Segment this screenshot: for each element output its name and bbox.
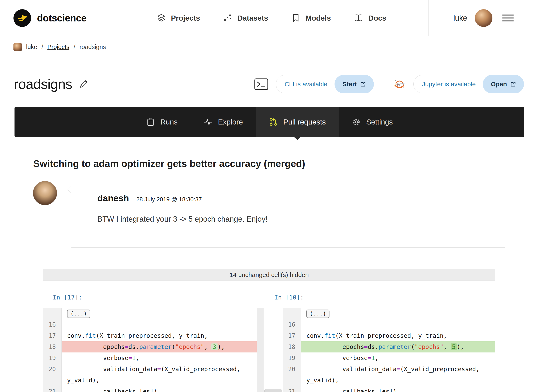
title-row: roadsigns CLI is available Start: [14, 75, 524, 93]
cli-start-label: Start: [343, 80, 357, 88]
left-code-pane: (...)conv.fit(X_train_preprocessed, y_tr…: [62, 308, 257, 392]
nav-item-projects[interactable]: Projects: [157, 14, 200, 23]
cli-status: CLI is available: [276, 80, 334, 88]
collapsed-code-badge[interactable]: (...): [67, 310, 90, 318]
code-line: epochs=ds.parameter("epochs", 5),: [301, 341, 495, 352]
diff-panel: In [17]: In [10]: 161718192021 (...)conv…: [43, 287, 495, 392]
pencil-icon[interactable]: [79, 79, 88, 89]
code-row: verbose=1,: [62, 352, 257, 364]
clipboard-icon: [146, 117, 155, 126]
page-title: roadsigns: [14, 77, 72, 91]
code-row: verbose=1,: [301, 352, 495, 364]
left-cell-prompt: In [17]:: [53, 287, 82, 308]
breadcrumb-separator: /: [42, 43, 43, 51]
cli-start-button[interactable]: Start: [334, 75, 374, 93]
user-name[interactable]: luke: [453, 14, 467, 23]
line-number: 18: [283, 341, 301, 352]
tab-label: Settings: [366, 118, 393, 126]
diff-header: In [17]: In [10]:: [43, 287, 495, 308]
hamburger-menu-icon[interactable]: [502, 14, 514, 21]
brand[interactable]: dotscience: [14, 9, 86, 27]
code-row: conv.fit(X_train_preprocessed, y_train,: [62, 330, 257, 341]
jupyter-status: Jupyter is available: [414, 80, 483, 88]
external-link-icon: [510, 81, 516, 87]
jupyter-pill: Jupyter is available Open: [413, 75, 524, 93]
line-number: 16: [283, 319, 301, 330]
user-area: luke: [428, 0, 533, 36]
code-line: verbose=1,: [62, 352, 257, 364]
collapsed-code-badge[interactable]: (...): [306, 310, 329, 318]
top-nav: dotscience Projects Datas: [0, 0, 533, 36]
comment-author-avatar: [33, 181, 57, 205]
code-line: [62, 319, 257, 330]
code-line: [301, 319, 495, 330]
code-line: y_valid),: [62, 375, 257, 386]
code-line: (...): [301, 308, 495, 319]
brand-name: dotscience: [37, 12, 86, 24]
comment-body: BTW I integrated your 3 -> 5 epoch chang…: [97, 215, 491, 224]
comment-timestamp-link[interactable]: 28 July 2019 @ 18:30:37: [136, 196, 202, 202]
gear-icon: [352, 117, 361, 126]
code-row: epochs=ds.parameter("epochs", 3),: [62, 341, 257, 352]
jupyter-open-button[interactable]: Open: [483, 75, 524, 93]
tab-settings[interactable]: Settings: [339, 107, 406, 137]
nav-item-datasets[interactable]: Datasets: [223, 14, 268, 23]
code-row: validation_data=(X_valid_preprocessed,y_…: [62, 364, 257, 386]
code-row: callbacks=[es]): [301, 386, 495, 392]
diff-body: 161718192021 (...)conv.fit(X_train_prepr…: [43, 308, 495, 392]
tab-pull-requests[interactable]: Pull requests: [256, 107, 339, 137]
tab-label: Pull requests: [283, 118, 326, 126]
dotscience-logo: [14, 9, 31, 27]
line-number: [283, 308, 301, 319]
breadcrumb: luke / Projects / roadsigns: [0, 36, 533, 58]
breadcrumb-projects-link[interactable]: Projects: [47, 43, 70, 51]
jupyter-open-label: Open: [491, 80, 507, 88]
code-line: y_valid),: [301, 375, 495, 386]
code-row: [62, 319, 257, 330]
avatar[interactable]: [475, 9, 492, 27]
hidden-cells-bar[interactable]: 14 unchanged cell(s) hidden: [43, 269, 495, 281]
breadcrumb-user[interactable]: luke: [26, 43, 37, 51]
tab-explore[interactable]: Explore: [191, 107, 256, 137]
code-row: validation_data=(X_valid_preprocessed,y_…: [301, 364, 495, 386]
tab-runs[interactable]: Runs: [133, 107, 191, 137]
diff-middle-gutter: [257, 308, 283, 392]
active-tab-caret: [294, 137, 301, 140]
code-row: epochs=ds.parameter("epochs", 5),: [301, 341, 495, 352]
left-line-numbers: 161718192021: [43, 308, 62, 392]
book-icon: [354, 14, 363, 23]
nav-label: Models: [306, 14, 331, 22]
code-line: epochs=ds.parameter("epochs", 3),: [62, 341, 257, 352]
nav-label: Docs: [368, 14, 386, 22]
workspace-controls: CLI is available Start jupyter: [255, 75, 524, 93]
line-number: 17: [283, 330, 301, 341]
line-number: 20: [283, 364, 301, 386]
right-cell-prompt: In [10]:: [274, 287, 304, 308]
scatter-dots-icon: [223, 14, 232, 23]
code-row: conv.fit(X_train_preprocessed, y_train,: [301, 330, 495, 341]
code-row: (...): [62, 308, 257, 319]
main-nav: Projects Datasets Models: [157, 0, 386, 36]
code-line: validation_data=(X_valid_preprocessed,: [62, 364, 257, 375]
pull-request-icon: [269, 117, 278, 126]
comment-bubble: danesh 28 July 2019 @ 18:30:37 BTW I int…: [71, 181, 505, 248]
line-number: 21: [43, 386, 61, 392]
line-number: [43, 308, 61, 319]
terminal-icon: [255, 79, 268, 90]
nav-item-models[interactable]: Models: [291, 14, 331, 23]
breadcrumb-current: roadsigns: [79, 43, 106, 51]
code-row: (...): [301, 308, 495, 319]
code-line: (...): [62, 308, 257, 319]
nav-label: Datasets: [237, 14, 268, 22]
code-line: conv.fit(X_train_preprocessed, y_train,: [62, 330, 257, 341]
nav-item-docs[interactable]: Docs: [354, 14, 386, 23]
layers-icon: [157, 14, 166, 23]
pr-title: Switching to adam optimizer gets better …: [33, 158, 519, 169]
code-line: callbacks=[es]): [62, 386, 257, 392]
line-number: 16: [43, 319, 61, 330]
code-row: callbacks=[es]): [62, 386, 257, 392]
middle-gutter-strip: [257, 308, 264, 392]
pulse-icon: [204, 117, 213, 126]
line-number: 19: [283, 352, 301, 364]
breadcrumb-separator: /: [74, 43, 75, 51]
